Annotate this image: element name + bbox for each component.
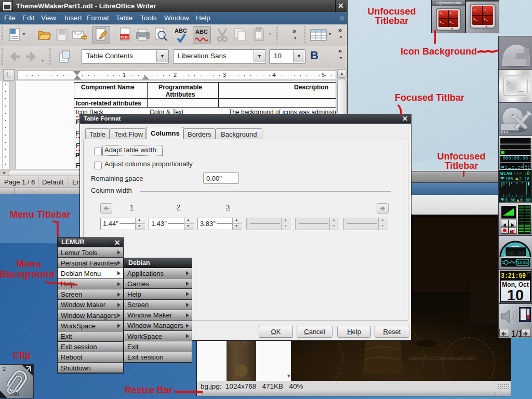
svg-text:samuel123.deviantart.com: samuel123.deviantart.com bbox=[409, 355, 476, 361]
svg-text:>_: >_ bbox=[473, 17, 478, 21]
svg-text:ABC: ABC bbox=[175, 28, 187, 34]
svg-text:>: > bbox=[506, 79, 511, 88]
svg-text:>_: >_ bbox=[473, 8, 478, 12]
svg-text:PDF: PDF bbox=[121, 35, 129, 39]
svg-text:0.00: 0.00 bbox=[505, 198, 515, 202]
svg-text:>_: >_ bbox=[440, 20, 444, 24]
svg-text:WLA0: WLA0 bbox=[500, 171, 512, 177]
svg-text:2:16: 2:16 bbox=[519, 177, 529, 182]
svg-text:8: 8 bbox=[527, 171, 530, 177]
svg-text:180: 180 bbox=[505, 177, 513, 182]
svg-text:>_: >_ bbox=[484, 17, 488, 21]
svg-text:>_: >_ bbox=[449, 11, 454, 16]
svg-text:>_: >_ bbox=[449, 20, 454, 24]
svg-text:88: 88 bbox=[514, 171, 520, 177]
svg-text:100%: 100% bbox=[517, 260, 528, 265]
svg-text:0.00: 0.00 bbox=[520, 198, 530, 202]
svg-text:>_: >_ bbox=[484, 8, 488, 12]
svg-text:>_: >_ bbox=[440, 11, 444, 16]
svg-text:ABC: ABC bbox=[195, 29, 208, 35]
